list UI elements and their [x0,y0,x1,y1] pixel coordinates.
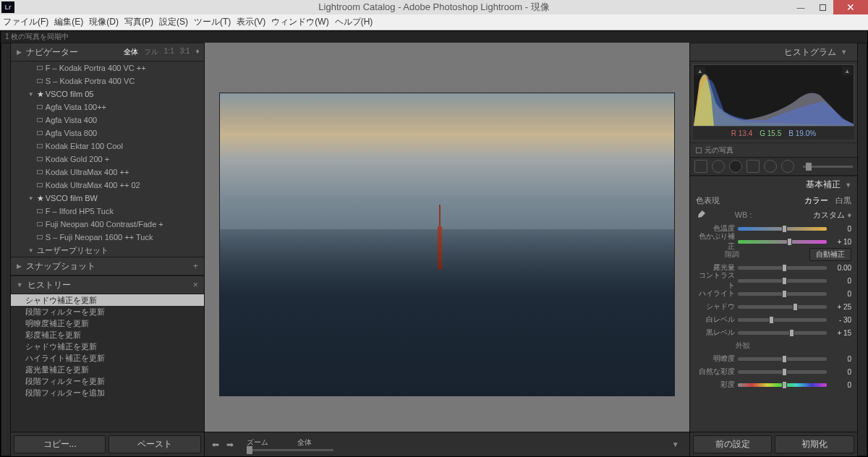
menu-window[interactable]: ウィンドウ(W) [271,16,328,28]
chevron-down-icon: ▼ [841,48,847,56]
auto-tone-button[interactable]: 自動補正 [809,248,851,261]
menu-help[interactable]: ヘルプ(H) [335,16,373,28]
history-item[interactable]: 明瞭度補正を更新 [11,317,204,329]
slider[interactable] [738,318,827,322]
preset-folder[interactable]: ▼ユーザープリセット [11,244,204,257]
spot-tool[interactable] [712,160,725,173]
preset-folder[interactable]: ▼★VSCO film BW [11,192,204,205]
preset-folder[interactable]: ▼★VSCO film 05 [11,87,204,101]
menu-view[interactable]: 表示(V) [237,16,265,28]
grad-filter-tool[interactable] [746,160,760,173]
snapshots-header[interactable]: ▶ スナップショット + [11,257,204,276]
history-item[interactable]: 段階フィルターを追加 [11,387,204,398]
treatment-bw[interactable]: 白黒 [835,195,851,206]
basic-section-header[interactable]: 基本補正▼ [690,176,857,193]
original-photo-toggle[interactable]: 元の写真 [690,142,857,157]
preset-item[interactable]: Kodak Ektar 100 Cool [11,140,204,153]
preset-item[interactable]: Agfa Vista 100++ [11,101,204,114]
slider[interactable] [738,383,827,387]
history-item[interactable]: シャドウ補正を更新 [11,294,204,306]
next-photo-button[interactable]: ➡ [226,440,234,450]
slider[interactable] [738,266,827,270]
navigator-header[interactable]: ▶ ナビゲーター 全体 フル 1:1 3:1 ♦ [11,43,204,61]
tone-header: 階調 自動補正 [690,248,857,261]
histogram-header[interactable]: ヒストグラム ▼ [690,43,857,61]
left-collapse[interactable] [1,43,11,456]
menu-photo[interactable]: 写真(P) [124,16,153,28]
maximize-button[interactable] [812,0,833,14]
treatment-color[interactable]: カラー [804,195,828,206]
treatment-label: 色表現 [696,195,720,206]
app-icon: Lr [1,1,14,13]
history-list: シャドウ補正を更新段階フィルターを更新明瞭度補正を更新彩度補正を更新シャドウ補正… [11,294,204,432]
preset-item[interactable]: Fuji Neopan 400 Contrast/Fade + [11,218,204,231]
redeye-tool[interactable] [729,160,742,173]
add-snapshot-button[interactable]: + [193,261,198,271]
bottom-toolbar: ⬅ ➡ ズーム 全体 ▼ [205,432,689,456]
preset-item[interactable]: Kodak UltraMax 400 ++ [11,166,204,179]
slider[interactable] [738,292,827,296]
prev-photo-button[interactable]: ⬅ [212,440,219,450]
clear-history-button[interactable]: × [193,280,198,290]
sync-status: 1 枚の写真を同期中 [1,31,867,43]
preset-item[interactable]: S – Kodak Portra 400 VC [11,74,204,87]
histogram-label: ヒストグラム [784,46,836,59]
brush-tool[interactable] [781,160,794,173]
eyedropper-icon[interactable] [696,210,706,220]
slider[interactable] [738,279,827,283]
zoom-slider[interactable] [247,449,333,451]
crop-tool[interactable] [694,160,707,173]
preset-item[interactable]: F – Ilford HP5 Tuck [11,205,204,218]
slider-row: ハイライト0 [690,287,857,300]
reset-button[interactable]: 初期化 [775,435,854,453]
chevron-down-icon[interactable]: ♦ [196,47,200,57]
toolbar-menu-button[interactable]: ▼ [672,440,682,448]
preset-item[interactable]: F – Kodak Portra 400 VC ++ [11,61,204,74]
close-button[interactable]: ✕ [833,0,868,14]
preset-item[interactable]: Kodak UltraMax 400 ++ 02 [11,179,204,192]
chevron-right-icon: ▶ [17,262,22,270]
rgb-g: G 15.5 [760,129,781,137]
history-item[interactable]: 露光量補正を更新 [11,364,204,375]
preset-item[interactable]: S – Fuji Neopan 1600 ++ Tuck [11,231,204,244]
radial-filter-tool[interactable] [764,160,777,173]
history-item[interactable]: ハイライト補正を更新 [11,352,204,364]
nav-3-1[interactable]: 3:1 [180,47,190,57]
history-item[interactable]: 彩度補正を更新 [11,329,204,341]
wb-mode[interactable]: カスタム ♦ [813,210,851,221]
preset-item[interactable]: Kodak Gold 200 + [11,153,204,166]
temp-slider[interactable] [738,227,827,231]
tool-amount-slider[interactable] [803,166,853,168]
slider[interactable] [738,357,827,361]
minimize-button[interactable]: — [790,0,812,14]
preset-item[interactable]: Agfa Vista 800 [11,127,204,140]
preset-item[interactable]: Agfa Vista 400 [11,114,204,127]
history-item[interactable]: 段階フィルターを更新 [11,375,204,387]
history-item[interactable]: 段階フィルターを更新 [11,306,204,317]
menu-develop[interactable]: 現像(D) [89,16,119,28]
image-viewport: ⬅ ➡ ズーム 全体 ▼ [205,43,689,456]
menu-tools[interactable]: ツール(T) [194,16,231,28]
nav-fill[interactable]: フル [144,47,158,57]
menu-file[interactable]: ファイル(F) [3,16,48,28]
copy-button[interactable]: コピー... [14,435,106,453]
slider[interactable] [738,370,827,374]
tint-slider[interactable] [738,240,827,244]
menu-edit[interactable]: 編集(E) [54,16,83,28]
treatment-row: 色表現 カラー 白黒 [690,193,857,208]
previous-settings-button[interactable]: 前の設定 [693,435,773,453]
nav-1-1[interactable]: 1:1 [164,47,174,57]
history-item[interactable]: シャドウ補正を更新 [11,341,204,352]
history-header[interactable]: ▼ ヒストリー × [11,276,204,294]
slider[interactable] [738,305,827,309]
zoom-fit-label: 全体 [297,437,312,448]
slider[interactable] [738,331,827,335]
paste-button[interactable]: ペースト [109,435,200,453]
nav-fit[interactable]: 全体 [124,47,138,57]
histogram[interactable]: ▲ ▲ [693,64,854,127]
right-collapse[interactable] [857,43,867,456]
checkbox-icon [696,148,702,153]
slider-row: 白レベル- 30 [690,313,857,326]
preview-image[interactable] [219,93,675,396]
menu-settings[interactable]: 設定(S) [159,16,188,28]
